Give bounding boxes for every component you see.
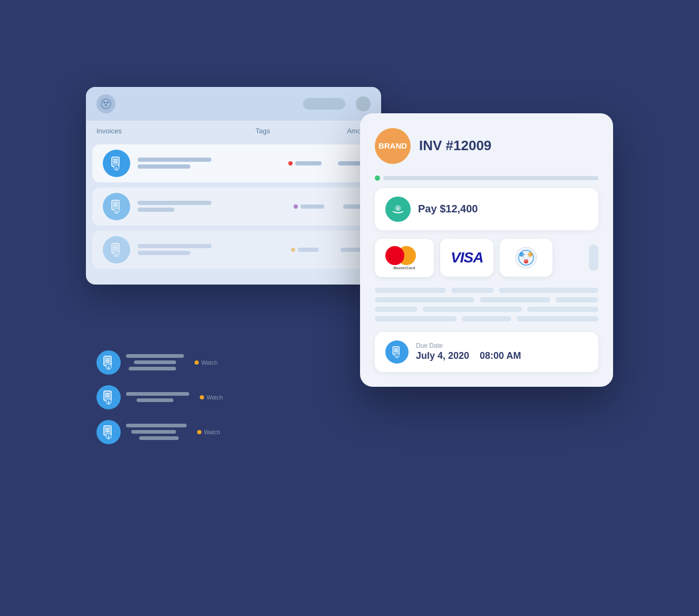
status-row — [375, 175, 598, 181]
pay-amount: Pay $12,400 — [418, 203, 478, 215]
mastercard-button[interactable]: MasterCard — [375, 239, 434, 277]
header-search-bar[interactable] — [303, 98, 345, 110]
standalone-item-1[interactable]: $ Watch — [96, 350, 223, 375]
pay-icon: $ — [385, 197, 411, 222]
text-bar — [126, 354, 184, 358]
app-payment-icon — [514, 246, 538, 269]
tag-dot-orange — [291, 248, 295, 252]
table-row — [375, 316, 598, 321]
svg-line-5 — [104, 102, 106, 105]
standalone-items: $ Watch $ — [96, 350, 223, 444]
watch-label: Watch — [201, 359, 218, 366]
tag-text — [300, 204, 324, 209]
watch-tag-1: Watch — [195, 359, 218, 366]
invoice-text-1 — [138, 158, 281, 169]
detail-card: BRAND INV #12009 $ Pay $12,400 — [360, 113, 613, 387]
watch-dot — [197, 430, 201, 434]
hand-coin-icon: $ — [391, 202, 405, 217]
tag-dot-red — [288, 161, 293, 165]
invoice-doc-icon: $ — [109, 199, 124, 214]
list-item[interactable]: $ — [92, 188, 375, 226]
cell-bar — [423, 307, 522, 312]
svg-text:$: $ — [115, 252, 118, 257]
invoice-doc-icon: $ — [109, 156, 124, 171]
item-text — [126, 424, 187, 440]
invoice-icon-s2: $ — [96, 385, 121, 409]
mastercard-label: MasterCard — [393, 266, 415, 270]
app-logo — [96, 94, 115, 113]
text-bar — [138, 251, 190, 255]
standalone-item-2[interactable]: $ Watch — [96, 385, 223, 409]
detail-table — [375, 288, 598, 321]
svg-line-6 — [106, 102, 108, 105]
cell-bar — [556, 297, 598, 302]
text-bar — [138, 201, 211, 205]
text-bar — [138, 208, 174, 212]
detail-header: BRAND INV #12009 — [375, 128, 598, 164]
visa-logo: VISA — [451, 249, 483, 266]
text-bar — [139, 436, 179, 440]
list-header — [86, 87, 381, 121]
visa-button[interactable]: VISA — [440, 239, 493, 277]
tag-dot-purple — [294, 204, 298, 209]
svg-text:$: $ — [108, 400, 110, 404]
list-items: $ — [86, 139, 381, 285]
app-payment-button[interactable] — [500, 239, 552, 277]
due-icon: $ — [385, 340, 409, 364]
due-date-section: $ Due Date July 4, 2020 08:00 AM — [375, 332, 598, 372]
watch-label: Watch — [207, 394, 223, 400]
cell-bar — [375, 288, 446, 293]
invoice-icon-2: $ — [103, 193, 130, 220]
invoice-icon-s3: $ — [96, 420, 121, 444]
due-date-time: July 4, 2020 08:00 AM — [416, 350, 521, 361]
svg-text:$: $ — [115, 209, 118, 213]
header-avatar — [356, 96, 371, 111]
svg-text:$: $ — [108, 365, 110, 369]
invoice-text-3 — [138, 244, 284, 255]
table-row — [375, 288, 598, 293]
pay-section[interactable]: $ Pay $12,400 — [375, 188, 598, 230]
text-bar — [138, 244, 211, 248]
invoice-doc-icon: $ — [109, 242, 124, 257]
list-columns: Invoices Tags Amount — [86, 121, 381, 139]
invoice-doc-icon: $ — [101, 425, 116, 439]
table-row — [375, 297, 598, 302]
brand-avatar: BRAND — [375, 128, 411, 164]
status-dot-green — [375, 175, 380, 181]
watch-dot — [200, 395, 204, 399]
mastercard-logo-wrapper: MasterCard — [385, 246, 423, 270]
tag-area-3 — [291, 248, 333, 252]
list-card: Invoices Tags Amount $ — [86, 87, 381, 285]
text-bar — [129, 367, 176, 370]
standalone-item-3[interactable]: $ Watch — [96, 420, 223, 444]
logo-icon — [100, 98, 112, 110]
list-item[interactable]: $ — [92, 144, 375, 182]
due-time: 08:00 AM — [480, 350, 521, 361]
item-text — [126, 354, 184, 370]
text-bar — [137, 398, 173, 402]
list-item[interactable]: $ — [92, 231, 375, 269]
tag-area-2 — [294, 204, 336, 209]
cell-bar — [375, 307, 418, 312]
svg-point-0 — [101, 99, 111, 108]
text-bar — [138, 164, 190, 169]
invoice-icon-3: $ — [103, 236, 130, 263]
mastercard-circles — [385, 246, 423, 265]
payment-methods: MasterCard VISA — [375, 239, 598, 277]
cell-bar — [375, 297, 474, 302]
invoice-icon-1: $ — [103, 150, 130, 177]
cell-bar — [375, 316, 457, 321]
table-row — [375, 307, 598, 312]
col-tags: Tags — [219, 127, 307, 135]
watch-dot — [195, 360, 199, 365]
watch-label: Watch — [204, 429, 220, 435]
invoice-text-2 — [138, 201, 286, 212]
cell-bar — [517, 316, 598, 321]
watch-tag-3: Watch — [197, 429, 220, 435]
cell-bar — [462, 316, 511, 321]
status-bar — [383, 176, 598, 180]
cell-bar — [480, 297, 551, 302]
main-scene: Invoices Tags Amount $ — [86, 71, 613, 545]
text-bar — [138, 158, 211, 162]
tag-text — [298, 248, 319, 252]
